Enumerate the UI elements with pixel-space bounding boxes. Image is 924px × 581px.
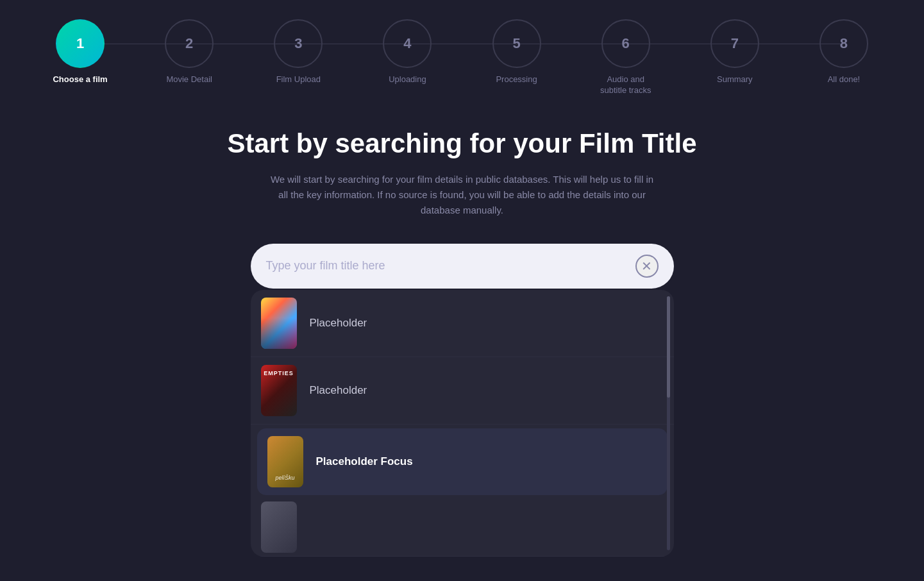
step-circle-6: 6 <box>601 19 650 68</box>
list-item[interactable]: Placeholder Focus <box>257 428 668 495</box>
search-box[interactable]: Type your film title here ✕ <box>251 244 674 289</box>
scrollbar-thumb <box>667 296 670 398</box>
poster-image <box>261 298 297 349</box>
list-item[interactable]: Placeholder <box>251 290 674 357</box>
film-poster <box>267 436 303 487</box>
film-poster <box>261 501 297 553</box>
list-item[interactable] <box>251 499 674 557</box>
poster-image <box>261 501 297 553</box>
result-title: Placeholder <box>310 317 367 330</box>
poster-image <box>267 436 303 487</box>
stepper-step-8[interactable]: 8All done! <box>789 19 898 85</box>
film-poster <box>261 298 297 349</box>
step-circle-1: 1 <box>56 19 105 68</box>
stepper-step-2[interactable]: 2Movie Detail <box>135 19 244 85</box>
step-label-1: Choose a film <box>53 74 107 85</box>
stepper-step-3[interactable]: 3Film Upload <box>244 19 353 85</box>
step-circle-7: 7 <box>710 19 759 68</box>
step-label-8: All done! <box>828 74 861 85</box>
stepper-step-5[interactable]: 5Processing <box>462 19 571 85</box>
result-title: Placeholder <box>310 384 367 397</box>
step-label-3: Film Upload <box>276 74 321 85</box>
page-title: Start by searching for your Film Title <box>227 128 696 159</box>
step-label-6: Audio and subtitle tracks <box>594 74 658 96</box>
step-label-4: Uploading <box>389 74 426 85</box>
list-item[interactable]: Placeholder <box>251 357 674 425</box>
main-content: Start by searching for your Film Title W… <box>0 109 924 576</box>
stepper-step-7[interactable]: 7Summary <box>680 19 789 85</box>
stepper-step-1[interactable]: 1Choose a film <box>26 19 135 85</box>
search-input-placeholder: Type your film title here <box>266 259 635 273</box>
step-circle-5: 5 <box>492 19 541 68</box>
step-circle-4: 4 <box>383 19 432 68</box>
step-label-7: Summary <box>717 74 753 85</box>
step-label-5: Processing <box>496 74 537 85</box>
page-subtitle: We will start by searching for your film… <box>270 172 655 218</box>
search-results-dropdown: PlaceholderPlaceholderPlaceholder Focus <box>251 290 674 557</box>
stepper-step-4[interactable]: 4Uploading <box>353 19 462 85</box>
step-circle-8: 8 <box>819 19 868 68</box>
step-label-2: Movie Detail <box>166 74 212 85</box>
stepper: 1Choose a film2Movie Detail3Film Upload4… <box>0 0 924 109</box>
scrollbar[interactable] <box>667 296 670 550</box>
step-circle-3: 3 <box>274 19 323 68</box>
search-clear-button[interactable]: ✕ <box>635 255 659 278</box>
result-title: Placeholder Focus <box>316 455 413 468</box>
close-icon: ✕ <box>641 260 652 273</box>
film-poster <box>261 365 297 416</box>
poster-image <box>261 365 297 416</box>
step-circle-2: 2 <box>165 19 214 68</box>
stepper-step-6[interactable]: 6Audio and subtitle tracks <box>571 19 680 96</box>
